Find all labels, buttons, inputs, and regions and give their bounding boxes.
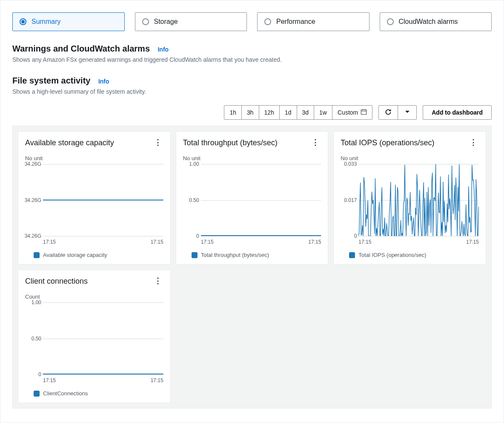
legend-swatch [349,252,355,258]
x-tick: 17:15 [466,239,479,245]
widget-menu-button[interactable]: ⋮ [468,138,479,146]
activity-section: File system activity Info Shows a high-l… [12,76,492,95]
y-tick: 0 [339,233,357,239]
y-tick: 0.50 [23,336,41,342]
chart-card-throughput: Total throughput (bytes/sec) ⋮ No unit 1… [176,131,329,265]
time-range-segment: 1h 3h 12h 1d 3d 1w Custom [224,105,372,120]
tab-label: Storage [154,18,178,26]
chart-title: Total throughput (bytes/sec) [183,138,278,147]
unit-label: No unit [25,155,163,161]
x-tick: 17:15 [43,377,56,383]
tab-summary[interactable]: Summary [12,12,125,31]
charts-panel: Available storage capacity ⋮ No unit 34.… [12,126,492,409]
legend: Total IOPS (operations/sec) [349,252,479,258]
x-tick: 17:15 [43,239,56,245]
monitoring-frame: Summary Storage Performance CloudWatch a… [0,0,504,423]
range-1w[interactable]: 1w [314,106,332,119]
y-tick: 0.033 [339,161,357,167]
add-to-dashboard-button[interactable]: Add to dashboard [423,105,492,120]
chart-plot[interactable]: 0.033 0.017 0 [358,164,479,236]
unit-label: No unit [341,155,479,161]
info-link[interactable]: Info [158,46,169,53]
chart-plot[interactable]: 34.26G 34.26G 34.26G [43,164,163,236]
refresh-icon [385,109,392,117]
tab-label: Summary [32,18,60,26]
refresh-group [378,105,417,120]
range-1h[interactable]: 1h [224,106,241,119]
legend-swatch [192,252,198,258]
y-tick: 0.50 [181,197,199,203]
radio-icon [387,18,394,25]
range-3h[interactable]: 3h [241,106,259,119]
legend-label: Total throughput (bytes/sec) [201,252,269,258]
section-desc: Shows any Amazon FSx generated warnings … [12,56,492,63]
section-title: Warnings and CloudWatch alarms [12,44,150,53]
legend: ClientConnections [34,390,163,397]
x-tick: 17:15 [358,239,371,245]
tab-cloudwatch-alarms[interactable]: CloudWatch alarms [380,12,492,31]
chart-title: Total IOPS (operations/sec) [341,138,434,147]
tab-row: Summary Storage Performance CloudWatch a… [12,0,492,31]
legend-swatch [34,391,40,397]
calendar-icon [361,109,367,116]
y-tick: 34.26G [23,161,41,167]
chart-plot[interactable]: 1.00 0.50 0 [201,164,321,236]
y-tick: 0 [181,233,199,239]
radio-icon [142,18,149,25]
refresh-options-button[interactable] [398,106,416,119]
unit-label: Count [25,294,163,300]
unit-label: No unit [183,155,321,161]
widget-menu-button[interactable]: ⋮ [152,277,163,285]
tab-performance[interactable]: Performance [257,12,369,31]
tab-storage[interactable]: Storage [135,12,247,31]
y-tick: 0.017 [339,197,357,203]
legend: Available storage capacity [34,252,163,258]
info-link[interactable]: Info [98,78,109,85]
x-tick: 17:15 [201,239,214,245]
legend-label: Total IOPS (operations/sec) [358,252,426,258]
radio-icon [20,18,26,25]
legend-label: ClientConnections [43,390,88,397]
legend-label: Available storage capacity [43,252,107,258]
x-tick: 17:15 [151,377,163,383]
radio-icon [264,18,271,25]
range-custom[interactable]: Custom [332,106,372,119]
range-3d[interactable]: 3d [297,106,314,119]
controls-bar: 1h 3h 12h 1d 3d 1w Custom [12,105,492,120]
y-tick: 1.00 [181,161,199,167]
tab-label: CloudWatch alarms [399,18,458,26]
widget-menu-button[interactable]: ⋮ [152,138,163,146]
y-tick: 34.26G [23,233,41,239]
y-tick: 0 [23,371,41,377]
warnings-section: Warnings and CloudWatch alarms Info Show… [12,44,492,63]
chart-card-iops: Total IOPS (operations/sec) ⋮ No unit 0.… [333,131,486,265]
chart-card-storage: Available storage capacity ⋮ No unit 34.… [18,131,171,265]
section-title: File system activity [12,76,90,85]
chart-title: Available storage capacity [25,138,114,147]
chart-title: Client connections [25,277,88,286]
refresh-button[interactable] [379,106,398,119]
chevron-down-icon [405,109,410,116]
y-tick: 34.26G [23,197,41,203]
y-tick: 1.00 [23,299,41,305]
x-tick: 17:15 [151,239,163,245]
legend-swatch [34,252,40,258]
legend: Total throughput (bytes/sec) [192,252,321,258]
widget-menu-button[interactable]: ⋮ [310,138,321,146]
custom-label: Custom [338,109,358,116]
section-desc: Shows a high-level summary of file syste… [12,88,492,95]
svg-rect-0 [361,109,367,114]
x-tick: 17:15 [308,239,321,245]
chart-card-clients: Client connections ⋮ Count 1.00 0.50 0 1… [18,270,171,403]
range-12h[interactable]: 12h [259,106,279,119]
tab-label: Performance [276,18,315,26]
chart-plot[interactable]: 1.00 0.50 0 [43,302,163,375]
range-1d[interactable]: 1d [279,106,297,119]
